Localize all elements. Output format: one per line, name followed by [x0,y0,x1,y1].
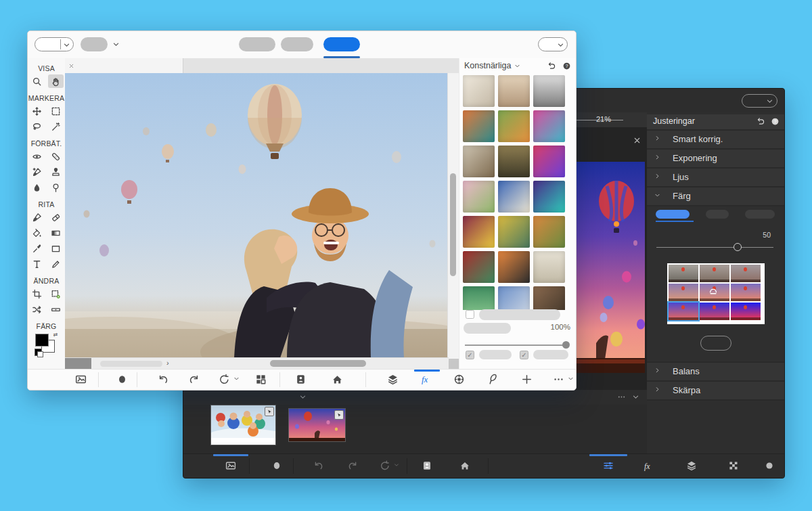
adjustment-section-exponering[interactable]: Exponering [647,150,784,169]
more-chevron-icon[interactable] [567,375,574,382]
adjustment-section-f-rg[interactable]: Färg [647,187,784,206]
home-icon[interactable] [459,460,470,471]
red-eye-tool[interactable] [29,150,45,163]
vertical-scroll-thumb[interactable] [450,173,456,276]
variation-2[interactable] [700,265,729,282]
filter-thumb-portrait-sketch[interactable] [463,75,495,107]
mode-tab-1[interactable] [239,37,275,51]
redo-icon[interactable] [347,460,358,471]
filter-thumb-mona-lisa[interactable] [498,146,530,177]
adjustment-section-smart-korrig-[interactable]: Smart korrig. [647,131,784,150]
horizontal-scroll-thumb[interactable] [270,360,366,367]
hand-tool[interactable] [48,74,64,88]
variation-3[interactable] [731,265,761,282]
filters-panel-title[interactable]: Konstnärliga [464,61,521,70]
filter-thumb-gauguin-figures[interactable] [498,110,530,142]
organizer-icon[interactable] [295,374,307,385]
open-dropdown[interactable] [742,94,777,108]
filter-thumb-pop-dog[interactable] [463,216,495,248]
farg-tab-3[interactable] [745,210,775,219]
more-icon[interactable] [553,374,564,385]
lasso-tool[interactable] [29,120,45,133]
chevron-down-icon[interactable] [112,39,120,51]
reset-rotate-icon[interactable] [219,374,230,385]
zoom-tool[interactable] [29,74,45,88]
reset-rotate-chevron-icon[interactable] [233,375,240,382]
filters-icon[interactable] [453,374,465,385]
layout-icon[interactable] [255,374,267,385]
mode-tab-2[interactable] [281,37,313,51]
filter-thumb-cubist-collage[interactable] [463,146,495,177]
paint-bucket-tool[interactable] [29,226,45,240]
swap-colors-icon[interactable]: ⇄ [53,332,58,338]
brush-tool[interactable] [29,210,45,224]
graphics-circle-icon[interactable] [764,460,775,471]
photo-bin-icon[interactable] [75,374,87,385]
marquee-tool[interactable] [48,104,64,118]
filter-thumb-taj-mahal-sepia[interactable] [498,75,530,107]
eraser-tool[interactable] [48,210,64,224]
variation-7[interactable] [669,303,698,320]
reset-icon[interactable] [757,116,765,129]
layers-icon[interactable] [387,374,399,385]
pencil-tool[interactable] [48,257,64,271]
document-tab[interactable] [65,58,183,73]
farg-action-button[interactable] [700,336,731,351]
view-dropdown[interactable] [81,37,108,51]
group-selfie-thumbnail[interactable] [210,405,276,445]
color-swatches[interactable]: ⇄ [35,333,59,356]
mode-tab-3[interactable] [323,37,360,51]
adjustments-icon[interactable] [603,460,614,471]
variation-6[interactable] [731,284,761,301]
filter-thumb-starry-swirl[interactable] [498,286,530,310]
tool-options-icon[interactable] [271,460,282,471]
bin-more-icon[interactable] [617,392,626,404]
filter-option-checkbox[interactable] [466,310,474,319]
gradient-tool[interactable] [48,226,64,240]
opacity-slider[interactable] [465,345,568,346]
spot-heal-tool[interactable] [48,150,64,163]
bin-chevron-down-icon[interactable] [631,392,640,404]
fx-icon[interactable]: fx [421,374,432,385]
blur-tool[interactable] [29,181,45,194]
tool-preset-split-button[interactable] [35,37,74,51]
variation-5[interactable] [700,284,729,301]
straighten-tool[interactable] [48,303,64,316]
reset-rotate-icon[interactable] [380,460,390,471]
crop-tool[interactable] [29,287,45,301]
help-icon[interactable]: ? [771,116,780,129]
farg-slider-handle[interactable] [734,243,742,251]
recompose-tool[interactable] [48,287,64,301]
collapse-bin-icon[interactable] [298,392,307,404]
mini-default-swatches[interactable] [35,349,42,356]
farg-tab-1[interactable] [656,210,690,219]
canvas-vertical-scrollbar[interactable] [447,73,459,370]
type-tool[interactable] [29,257,45,271]
balloon-sunset-thumbnail[interactable] [288,408,346,442]
mask-checkbox[interactable]: ✓ [520,351,528,359]
tool-options-icon[interactable] [116,374,128,385]
sponge-tool[interactable] [48,181,64,194]
filter-thumb-olive-grove[interactable] [533,216,565,248]
variation-1[interactable] [669,265,698,282]
filter-thumb-van-gogh-portrait[interactable] [498,216,530,248]
add-icon[interactable] [521,374,533,385]
undo-icon[interactable] [313,460,324,471]
opacity-slider-handle[interactable] [562,341,570,349]
effects-icon[interactable]: fx [644,460,654,471]
scroll-right-icon[interactable]: › [166,359,169,367]
farg-slider[interactable] [656,247,773,248]
reset-icon[interactable] [547,61,556,73]
filter-thumb-rustic-dark[interactable] [533,286,565,310]
adjustment-section-ljus[interactable]: Ljus [647,169,784,187]
magic-wand-tool[interactable] [48,120,64,133]
organizer-icon[interactable] [422,460,432,471]
rotate-chevron-icon[interactable] [393,462,400,468]
close-tab-icon[interactable] [68,60,74,72]
filter-thumb-tropical-paint[interactable] [463,110,495,142]
filter-thumb-pastel-village[interactable] [463,181,495,213]
open-dropdown[interactable] [538,37,568,51]
filter-thumb-abstract-face[interactable] [533,110,565,142]
help-icon[interactable]: ? [562,61,571,73]
move-tool[interactable] [29,104,45,118]
